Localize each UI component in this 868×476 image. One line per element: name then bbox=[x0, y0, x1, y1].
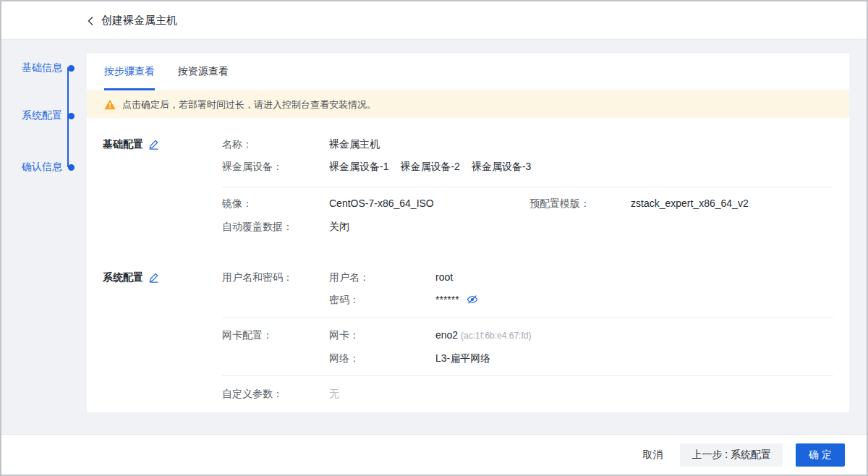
device-list: 裸金属设备-1 裸金属设备-2 裸金属设备-3 bbox=[329, 159, 531, 174]
stepper-dot-icon bbox=[68, 164, 75, 171]
back-chevron-icon bbox=[87, 16, 94, 26]
row-username: 用户名和密码： 用户名： root bbox=[87, 270, 849, 284]
field-sublabel: 网卡： bbox=[329, 328, 359, 342]
device-item: 裸金属设备-1 bbox=[329, 159, 388, 174]
divider bbox=[222, 187, 833, 187]
back-button[interactable]: 创建裸金属主机 bbox=[87, 1, 177, 40]
stepper-label: 系统配置 bbox=[22, 109, 62, 122]
row-image-template: 镜像： CentOS-7-x86_64_ISO 预配置模版： zstack_ex… bbox=[87, 196, 849, 211]
previous-step-button[interactable]: 上一步 : 系统配置 bbox=[680, 443, 783, 467]
divider bbox=[222, 318, 833, 318]
device-item: 裸金属设备-3 bbox=[472, 159, 531, 174]
row-overwrite-data: 自动覆盖数据： 关闭 bbox=[87, 219, 849, 234]
field-sublabel: 用户名： bbox=[329, 270, 370, 284]
footer-bar: 取消 上一步 : 系统配置 确 定 bbox=[1, 434, 867, 475]
field-label: 网卡配置： bbox=[222, 328, 273, 342]
row-name: 名称： 裸金属主机 bbox=[87, 137, 849, 151]
field-value: 裸金属主机 bbox=[329, 137, 380, 151]
nic-name: eno2 bbox=[435, 329, 458, 341]
password-masked-value: ****** bbox=[435, 292, 478, 307]
field-label: 用户名和密码： bbox=[222, 270, 293, 284]
field-value: 关闭 bbox=[329, 219, 349, 234]
field-label: 预配置模版： bbox=[529, 196, 590, 211]
field-sublabel: 网络： bbox=[329, 351, 359, 365]
summary-card: 按步骤查看 按资源查看 点击确定后，若部署时间过长，请进入控制台查看安装情况。 … bbox=[87, 54, 849, 412]
stepper-item-basic-info[interactable]: 基础信息 bbox=[1, 61, 75, 75]
field-value: root bbox=[435, 270, 453, 284]
field-value: CentOS-7-x86_64_ISO bbox=[329, 196, 434, 211]
page-title: 创建裸金属主机 bbox=[101, 14, 177, 27]
field-label: 名称： bbox=[222, 137, 252, 151]
stepper-label: 确认信息 bbox=[22, 161, 62, 174]
device-item: 裸金属设备-2 bbox=[400, 159, 459, 174]
eye-invisible-icon[interactable] bbox=[467, 294, 478, 305]
field-label: 自动覆盖数据： bbox=[222, 219, 293, 234]
stepper-item-confirm-info[interactable]: 确认信息 bbox=[1, 161, 75, 174]
field-value: 无 bbox=[329, 386, 339, 401]
stepper-dot-icon bbox=[68, 65, 75, 72]
field-label: 镜像： bbox=[222, 196, 252, 211]
row-network: 网络： L3-扁平网络 bbox=[87, 351, 849, 365]
page-header: 创建裸金属主机 bbox=[1, 1, 867, 40]
stepper-label: 基础信息 bbox=[22, 61, 62, 75]
field-sublabel: 密码： bbox=[329, 292, 359, 307]
field-label: 裸金属设备： bbox=[222, 159, 283, 174]
cancel-button[interactable]: 取消 bbox=[638, 449, 667, 462]
stepper-dot-icon bbox=[68, 113, 75, 119]
row-nic: 网卡配置： 网卡： eno2 (ac:1f:6b:e4:67:fd) bbox=[87, 328, 849, 342]
confirm-content: 基础配置 名称： 裸金属主机 裸金属设备： 裸金属设备-1 裸金属设备-2 裸金… bbox=[87, 54, 849, 412]
row-custom-params: 自定义参数： 无 bbox=[87, 386, 849, 401]
field-label: 自定义参数： bbox=[222, 386, 283, 401]
nic-mac-address: (ac:1f:6b:e4:67:fd) bbox=[461, 331, 531, 341]
field-value: zstack_expert_x86_64_v2 bbox=[631, 196, 749, 211]
divider bbox=[222, 375, 833, 376]
stepper-item-system-config[interactable]: 系统配置 bbox=[1, 109, 75, 122]
app-window: 创建裸金属主机 基础信息 系统配置 确认信息 按步骤查看 按资源查看 bbox=[0, 0, 868, 476]
confirm-button[interactable]: 确 定 bbox=[796, 443, 845, 467]
field-value: L3-扁平网络 bbox=[435, 351, 490, 365]
row-devices: 裸金属设备： 裸金属设备-1 裸金属设备-2 裸金属设备-3 bbox=[87, 159, 849, 174]
password-asterisks: ****** bbox=[435, 294, 459, 305]
row-password: 密码： ****** bbox=[87, 292, 849, 307]
field-value: eno2 (ac:1f:6b:e4:67:fd) bbox=[435, 328, 531, 343]
